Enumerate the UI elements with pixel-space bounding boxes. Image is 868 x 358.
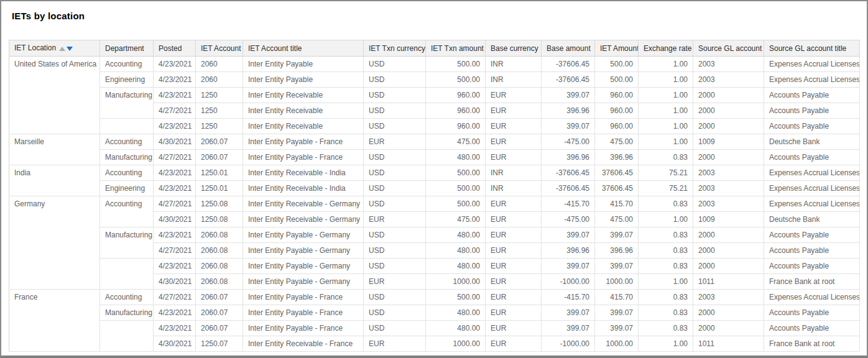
column-header-department[interactable]: Department bbox=[100, 40, 154, 57]
cell-department: Manufacturing bbox=[100, 227, 154, 259]
column-label: Base currency bbox=[491, 44, 538, 53]
cell-posted: 4/27/2021 bbox=[154, 290, 196, 305]
cell-base-currency: EUR bbox=[486, 212, 542, 227]
cell-exchange-rate: 75.21 bbox=[639, 165, 693, 181]
column-header-source-gl-account-title[interactable]: Source GL account title bbox=[764, 40, 860, 57]
table-row: Manufacturing4/27/20212060.07Inter Entit… bbox=[9, 150, 860, 165]
cell-base-amount: -37606.45 bbox=[542, 57, 595, 72]
cell-iet-account: 1250 bbox=[196, 103, 243, 119]
cell-source-gl-account-title: Accounts Payable bbox=[764, 243, 860, 259]
column-header-base-amount[interactable]: Base amount bbox=[542, 40, 595, 57]
cell-location: United States of America bbox=[9, 57, 100, 134]
cell-posted: 4/27/2021 bbox=[154, 150, 196, 165]
cell-base-amount: -475.00 bbox=[542, 134, 595, 150]
column-header-base-currency[interactable]: Base currency bbox=[486, 40, 542, 57]
cell-exchange-rate: 0.83 bbox=[639, 227, 693, 243]
cell-iet-account: 1250.01 bbox=[196, 181, 243, 196]
column-label: Source GL account title bbox=[769, 44, 846, 53]
column-header-iet-account-title[interactable]: IET Account title bbox=[243, 40, 364, 57]
column-header-iet-txn-currency[interactable]: IET Txn currency bbox=[364, 40, 426, 57]
cell-source-gl-account: 2003 bbox=[693, 72, 764, 88]
sort-descending-icon[interactable] bbox=[67, 47, 73, 51]
cell-base-amount: -415.70 bbox=[542, 290, 595, 305]
cell-iet-account-title: Inter Entity Payable - Germany bbox=[243, 243, 364, 259]
table-header: IET LocationDepartmentPostedIET AccountI… bbox=[9, 40, 860, 57]
cell-source-gl-account: 2003 bbox=[693, 57, 764, 72]
cell-source-gl-account: 2003 bbox=[693, 165, 764, 181]
cell-exchange-rate: 0.83 bbox=[639, 150, 693, 165]
cell-base-currency: EUR bbox=[486, 150, 542, 165]
cell-posted: 4/23/2021 bbox=[154, 321, 196, 336]
cell-exchange-rate: 1.00 bbox=[639, 274, 693, 290]
page-title: IETs by location bbox=[1, 1, 867, 21]
cell-iet-amount: 960.00 bbox=[595, 103, 639, 119]
cell-iet-txn-currency: USD bbox=[364, 243, 426, 259]
cell-base-currency: EUR bbox=[486, 259, 542, 274]
cell-source-gl-account-title: Accounts Payable bbox=[764, 321, 860, 336]
column-header-iet-txn-amount[interactable]: IET Txn amount bbox=[426, 40, 486, 57]
cell-source-gl-account-title: Deutsche Bank bbox=[764, 212, 860, 227]
cell-source-gl-account: 1009 bbox=[693, 212, 764, 227]
cell-iet-txn-currency: USD bbox=[364, 227, 426, 243]
cell-exchange-rate: 1.00 bbox=[639, 212, 693, 227]
sort-ascending-icon[interactable] bbox=[59, 47, 65, 51]
cell-source-gl-account: 2000 bbox=[693, 227, 764, 243]
cell-source-gl-account-title: Expenses Accrual Licenses bbox=[764, 72, 860, 88]
cell-iet-txn-amount: 500.00 bbox=[426, 181, 486, 196]
cell-iet-amount: 399.07 bbox=[595, 259, 639, 274]
cell-base-currency: EUR bbox=[486, 134, 542, 150]
cell-base-amount: 399.07 bbox=[542, 88, 595, 103]
cell-department: Accounting bbox=[100, 196, 154, 227]
cell-department: Engineering bbox=[100, 181, 154, 196]
column-label: IET Txn currency bbox=[369, 44, 425, 53]
cell-posted: 4/23/2021 bbox=[154, 165, 196, 181]
cell-iet-account-title: Inter Entity Payable bbox=[243, 72, 364, 88]
cell-posted: 4/23/2021 bbox=[154, 227, 196, 243]
cell-iet-account-title: Inter Entity Payable - France bbox=[243, 134, 364, 150]
cell-iet-txn-amount: 960.00 bbox=[426, 119, 486, 134]
table-body: United States of AmericaAccounting4/23/2… bbox=[9, 57, 860, 352]
cell-source-gl-account: 2000 bbox=[693, 103, 764, 119]
cell-iet-txn-currency: EUR bbox=[364, 134, 426, 150]
cell-iet-txn-amount: 475.00 bbox=[426, 134, 486, 150]
cell-source-gl-account-title: France Bank at root bbox=[764, 336, 860, 352]
cell-exchange-rate: 75.21 bbox=[639, 181, 693, 196]
cell-source-gl-account: 1011 bbox=[693, 336, 764, 352]
cell-source-gl-account: 2000 bbox=[693, 259, 764, 274]
cell-source-gl-account: 2000 bbox=[693, 321, 764, 336]
cell-posted: 4/23/2021 bbox=[154, 88, 196, 103]
cell-posted: 4/30/2021 bbox=[154, 134, 196, 150]
cell-iet-amount: 399.07 bbox=[595, 305, 639, 321]
column-header-posted[interactable]: Posted bbox=[154, 40, 196, 57]
cell-department bbox=[100, 119, 154, 134]
column-header-exchange-rate[interactable]: Exchange rate bbox=[639, 40, 693, 57]
cell-iet-txn-currency: USD bbox=[364, 150, 426, 165]
cell-iet-account-title: Inter Entity Receivable - France bbox=[243, 336, 364, 352]
cell-exchange-rate: 1.00 bbox=[639, 103, 693, 119]
cell-source-gl-account-title: Accounts Payable bbox=[764, 259, 860, 274]
cell-exchange-rate: 0.83 bbox=[639, 196, 693, 212]
column-header-location[interactable]: IET Location bbox=[9, 40, 100, 57]
cell-source-gl-account: 2003 bbox=[693, 196, 764, 212]
cell-exchange-rate: 1.00 bbox=[639, 57, 693, 72]
cell-iet-txn-amount: 960.00 bbox=[426, 103, 486, 119]
column-header-iet-account[interactable]: IET Account bbox=[196, 40, 243, 57]
cell-iet-account: 2060 bbox=[196, 57, 243, 72]
cell-source-gl-account-title: Accounts Payable bbox=[764, 119, 860, 134]
cell-department: Accounting bbox=[100, 290, 154, 305]
cell-exchange-rate: 0.83 bbox=[639, 290, 693, 305]
cell-source-gl-account: 2003 bbox=[693, 181, 764, 196]
cell-source-gl-account: 2003 bbox=[693, 290, 764, 305]
column-label: IET Amount bbox=[600, 44, 639, 53]
cell-source-gl-account-title: Expenses Accrual Licenses bbox=[764, 57, 860, 72]
cell-source-gl-account: 2000 bbox=[693, 243, 764, 259]
column-header-source-gl-account[interactable]: Source GL account bbox=[693, 40, 764, 57]
cell-iet-txn-amount: 480.00 bbox=[426, 321, 486, 336]
table-row: Manufacturing4/23/20212060.08Inter Entit… bbox=[9, 227, 860, 243]
cell-base-amount: 399.07 bbox=[542, 321, 595, 336]
cell-iet-txn-amount: 960.00 bbox=[426, 88, 486, 103]
cell-iet-txn-amount: 500.00 bbox=[426, 290, 486, 305]
cell-iet-account: 1250 bbox=[196, 88, 243, 103]
cell-iet-amount: 399.07 bbox=[595, 227, 639, 243]
column-header-iet-amount[interactable]: IET Amount bbox=[595, 40, 639, 57]
